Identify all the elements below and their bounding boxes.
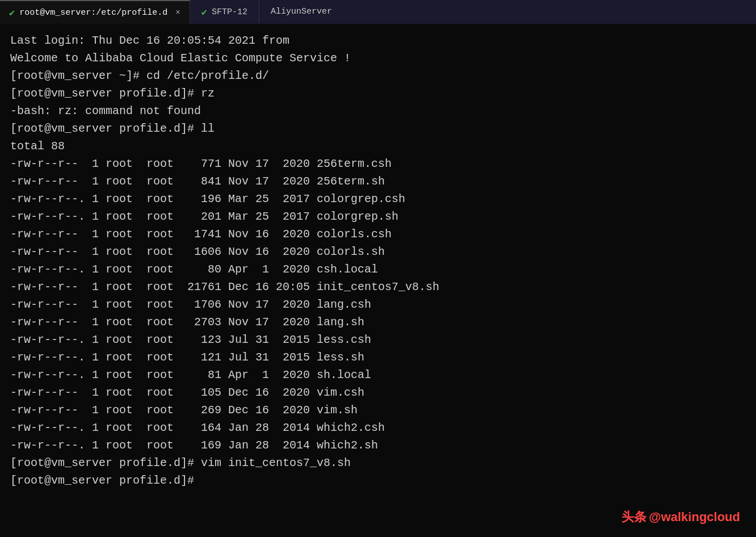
tab1-check-icon: ✔ xyxy=(9,7,15,19)
terminal-line: [root@vm_server profile.d]# ll xyxy=(10,120,746,137)
terminal-line: -rw-r--r-- 1 root root 21761 Dec 16 20:0… xyxy=(10,278,746,296)
terminal-line: -rw-r--r--. 1 root root 164 Jan 28 2014 … xyxy=(10,419,746,437)
terminal-line: -rw-r--r-- 1 root root 1606 Nov 16 2020 … xyxy=(10,243,746,261)
tab-terminal[interactable]: ✔ root@vm_server:/etc/profile.d × xyxy=(0,0,190,24)
tab-aliyun[interactable]: AliyunServer xyxy=(259,0,343,24)
terminal-line: -rw-r--r--. 1 root root 169 Jan 28 2014 … xyxy=(10,437,746,454)
tab2-check-icon: ✔ xyxy=(201,6,207,18)
terminal-line: -bash: rz: command not found xyxy=(10,102,746,120)
terminal-line: -rw-r--r-- 1 root root 105 Dec 16 2020 v… xyxy=(10,384,746,401)
terminal-line: -rw-r--r--. 1 root root 201 Mar 25 2017 … xyxy=(10,208,746,225)
tab2-label: SFTP-12 xyxy=(212,7,247,17)
terminal-line: [root@vm_server ~]# cd /etc/profile.d/ xyxy=(10,67,746,85)
terminal-line: -rw-r--r-- 1 root root 841 Nov 17 2020 2… xyxy=(10,173,746,190)
terminal-line: -rw-r--r--. 1 root root 123 Jul 31 2015 … xyxy=(10,331,746,349)
terminal: Last login: Thu Dec 16 20:05:54 2021 fro… xyxy=(0,24,756,537)
terminal-line: -rw-r--r--. 1 root root 196 Mar 25 2017 … xyxy=(10,190,746,208)
watermark: 头条@walkingcloud xyxy=(621,507,742,527)
terminal-line: [root@vm_server profile.d]# rz xyxy=(10,85,746,102)
terminal-line: -rw-r--r-- 1 root root 771 Nov 17 2020 2… xyxy=(10,155,746,173)
terminal-line: -rw-r--r--. 1 root root 81 Apr 1 2020 sh… xyxy=(10,366,746,384)
terminal-line: -rw-r--r-- 1 root root 1741 Nov 16 2020 … xyxy=(10,225,746,243)
watermark-prefix: 头条 xyxy=(621,510,646,524)
terminal-line: -rw-r--r--. 1 root root 121 Jul 31 2015 … xyxy=(10,349,746,366)
tab1-close-icon[interactable]: × xyxy=(175,8,180,17)
terminal-line: total 88 xyxy=(10,137,746,155)
terminal-line: Last login: Thu Dec 16 20:05:54 2021 fro… xyxy=(10,32,746,49)
terminal-line: -rw-r--r-- 1 root root 2703 Nov 17 2020 … xyxy=(10,313,746,331)
terminal-line: [root@vm_server profile.d]# xyxy=(10,472,746,489)
terminal-line: -rw-r--r-- 1 root root 269 Dec 16 2020 v… xyxy=(10,401,746,419)
tab1-label: root@vm_server:/etc/profile.d xyxy=(19,8,167,18)
terminal-line: -rw-r--r--. 1 root root 80 Apr 1 2020 cs… xyxy=(10,261,746,278)
terminal-line: [root@vm_server profile.d]# vim init_cen… xyxy=(10,454,746,472)
terminal-line: Welcome to Alibaba Cloud Elastic Compute… xyxy=(10,49,746,67)
tab-bar: ✔ root@vm_server:/etc/profile.d × ✔ SFTP… xyxy=(0,0,756,24)
terminal-line: -rw-r--r-- 1 root root 1706 Nov 17 2020 … xyxy=(10,296,746,313)
tab-sftp[interactable]: ✔ SFTP-12 xyxy=(190,0,259,24)
watermark-label: @walkingcloud xyxy=(649,510,740,524)
